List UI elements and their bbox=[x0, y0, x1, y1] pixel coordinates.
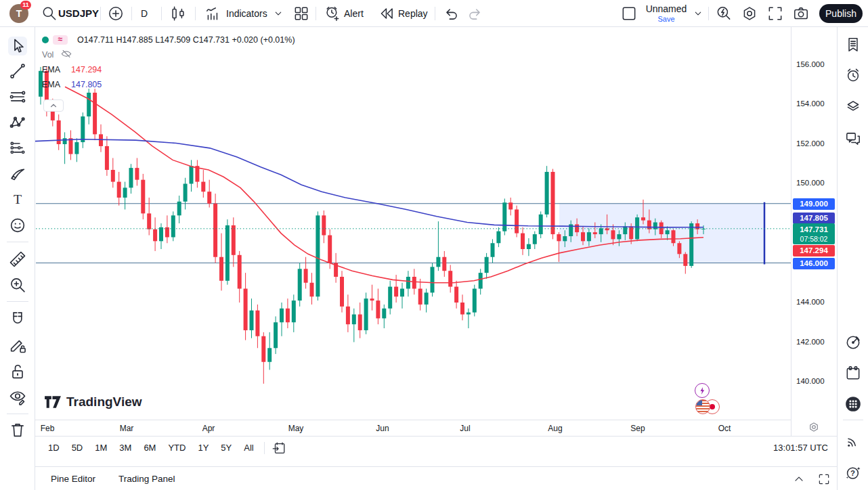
undo-icon[interactable] bbox=[443, 5, 460, 22]
eye-off-icon[interactable] bbox=[60, 49, 72, 61]
chart-legend: ≈ O147.711 H147.885 L147.509 C147.731 +0… bbox=[42, 32, 295, 92]
time-axis-month-apr: Apr bbox=[202, 424, 215, 433]
alert-button[interactable]: Alert bbox=[344, 0, 364, 27]
price-tick-152.000: 152.000 bbox=[796, 139, 825, 148]
layout-select-icon[interactable] bbox=[620, 5, 638, 22]
watchlist-icon[interactable] bbox=[844, 36, 862, 53]
tradingview-watermark: TradingView bbox=[44, 395, 142, 409]
screener-radar-icon[interactable] bbox=[844, 334, 862, 351]
emoji-tool-icon[interactable] bbox=[8, 216, 27, 235]
calendar-icon[interactable] bbox=[844, 364, 862, 382]
divider bbox=[7, 414, 28, 414]
drawing-mode-pencil-icon[interactable] bbox=[8, 336, 27, 355]
series-color-dot[interactable] bbox=[42, 37, 49, 43]
range-button-1m[interactable]: 1M bbox=[89, 440, 113, 456]
snapshot-camera-icon[interactable] bbox=[792, 5, 810, 22]
magnet-mode-icon[interactable] bbox=[8, 310, 27, 329]
divider bbox=[100, 7, 101, 20]
range-button-5y[interactable]: 5Y bbox=[215, 440, 238, 456]
tradingview-logo-icon bbox=[44, 395, 62, 409]
axis-settings-gear-icon[interactable] bbox=[808, 421, 820, 433]
hide-drawings-eye-icon[interactable] bbox=[8, 388, 27, 407]
range-button-1d[interactable]: 1D bbox=[42, 440, 66, 456]
left-drawing-toolbar: T bbox=[0, 27, 35, 490]
divider bbox=[161, 7, 162, 20]
settings-gear-icon[interactable] bbox=[741, 5, 758, 22]
remove-drawings-trash-icon[interactable] bbox=[8, 420, 27, 439]
chevron-down-icon[interactable] bbox=[692, 7, 704, 20]
search-icon[interactable] bbox=[41, 5, 58, 22]
notification-badge: 11 bbox=[20, 1, 31, 9]
alerts-clock-icon[interactable] bbox=[844, 66, 862, 84]
apps-menu-icon[interactable] bbox=[844, 395, 862, 413]
lock-drawings-icon[interactable] bbox=[8, 362, 27, 381]
right-sidebar: ? bbox=[837, 27, 868, 490]
panel-expand-chevron-icon[interactable] bbox=[792, 472, 806, 486]
compare-add-symbol-icon[interactable] bbox=[107, 5, 125, 22]
publish-button[interactable]: Publish bbox=[819, 4, 863, 23]
currency-pair-flags[interactable] bbox=[695, 399, 721, 415]
text-tool-icon[interactable]: T bbox=[8, 190, 27, 209]
chat-icon[interactable] bbox=[844, 130, 862, 148]
price-label-level-149[interactable]: 149.000 bbox=[793, 198, 835, 210]
range-button-1y[interactable]: 1Y bbox=[192, 440, 215, 456]
indicators-button[interactable]: Indicators bbox=[226, 0, 267, 27]
chart-style-candles-icon[interactable] bbox=[169, 5, 187, 22]
range-button-5d[interactable]: 5D bbox=[66, 440, 89, 456]
interval-button[interactable]: D bbox=[141, 0, 148, 27]
top-toolbar: T 11 USDJPY D Indicators Alert Replay Un… bbox=[0, 0, 868, 27]
symbol-search-button[interactable]: USDJPY bbox=[58, 0, 99, 27]
save-layout-button[interactable]: Unnamed Save bbox=[642, 3, 691, 23]
replay-button[interactable]: Replay bbox=[398, 0, 428, 27]
ema-fast-label[interactable]: EMA bbox=[42, 65, 60, 74]
price-tick-140.000: 140.000 bbox=[796, 377, 825, 385]
tab-pine-editor[interactable]: Pine Editor bbox=[51, 467, 95, 490]
horizontal-lines-tool-icon[interactable] bbox=[8, 87, 27, 106]
series-wave-chip[interactable]: ≈ bbox=[53, 35, 68, 45]
replay-icon[interactable] bbox=[378, 5, 395, 22]
zoom-in-icon[interactable] bbox=[8, 275, 27, 294]
fullscreen-icon[interactable] bbox=[766, 5, 784, 22]
price-label-ema-fast[interactable]: 147.294 bbox=[793, 245, 835, 257]
range-button-6m[interactable]: 6M bbox=[137, 440, 162, 456]
time-axis[interactable]: FebMarAprMayJunJulAugSepOct bbox=[35, 420, 791, 436]
range-button-all[interactable]: All bbox=[238, 440, 259, 456]
pattern-tool-icon[interactable] bbox=[8, 113, 27, 132]
time-axis-month-mar: Mar bbox=[120, 424, 134, 433]
legend-collapse-button[interactable] bbox=[43, 99, 64, 112]
event-flash-icon[interactable] bbox=[695, 383, 710, 398]
price-label-current-price[interactable]: 147.73107:58:02 bbox=[793, 223, 835, 244]
measure-ruler-icon[interactable] bbox=[8, 250, 27, 269]
price-label-level-146[interactable]: 146.000 bbox=[793, 258, 835, 269]
divider bbox=[708, 7, 709, 20]
help-icon[interactable]: ? bbox=[844, 464, 862, 481]
svg-text:?: ? bbox=[850, 469, 855, 477]
clock-utc[interactable]: 13:01:57 UTC bbox=[773, 437, 828, 460]
streams-signal-icon[interactable] bbox=[844, 432, 862, 450]
price-axis[interactable]: 156.000154.000152.000150.000144.000142.0… bbox=[791, 27, 837, 436]
price-tick-156.000: 156.000 bbox=[796, 60, 825, 68]
panel-maximize-icon[interactable] bbox=[817, 472, 831, 486]
layout-grid-icon[interactable] bbox=[292, 5, 310, 22]
indicators-icon[interactable] bbox=[204, 5, 222, 22]
cursor-tool-icon[interactable] bbox=[8, 37, 27, 55]
ema-fast-value: 147.294 bbox=[71, 65, 102, 74]
tab-trading-panel[interactable]: Trading Panel bbox=[118, 467, 175, 490]
object-tree-layers-icon[interactable] bbox=[844, 97, 862, 115]
price-tick-154.000: 154.000 bbox=[796, 99, 825, 108]
range-button-3m[interactable]: 3M bbox=[113, 440, 137, 456]
ema-slow-label[interactable]: EMA bbox=[42, 80, 60, 89]
bottom-toolbar: 1D5D1M3M6MYTD1Y5YAll 13:01:57 UTC bbox=[35, 436, 837, 459]
alert-clock-plus-icon[interactable] bbox=[324, 5, 341, 22]
save-label: Save bbox=[642, 15, 691, 23]
brush-tool-icon[interactable] bbox=[8, 164, 27, 183]
range-button-ytd[interactable]: YTD bbox=[162, 440, 192, 456]
chevron-down-icon[interactable] bbox=[272, 7, 284, 20]
forecast-tool-icon[interactable] bbox=[8, 139, 27, 158]
quick-search-flash-icon[interactable] bbox=[715, 5, 733, 22]
price-label-ema-slow[interactable]: 147.805 bbox=[793, 213, 835, 224]
volume-label[interactable]: Vol bbox=[42, 50, 53, 60]
go-to-date-icon[interactable] bbox=[272, 441, 286, 455]
trend-line-tool-icon[interactable] bbox=[8, 62, 27, 81]
redo-icon[interactable] bbox=[466, 5, 483, 22]
